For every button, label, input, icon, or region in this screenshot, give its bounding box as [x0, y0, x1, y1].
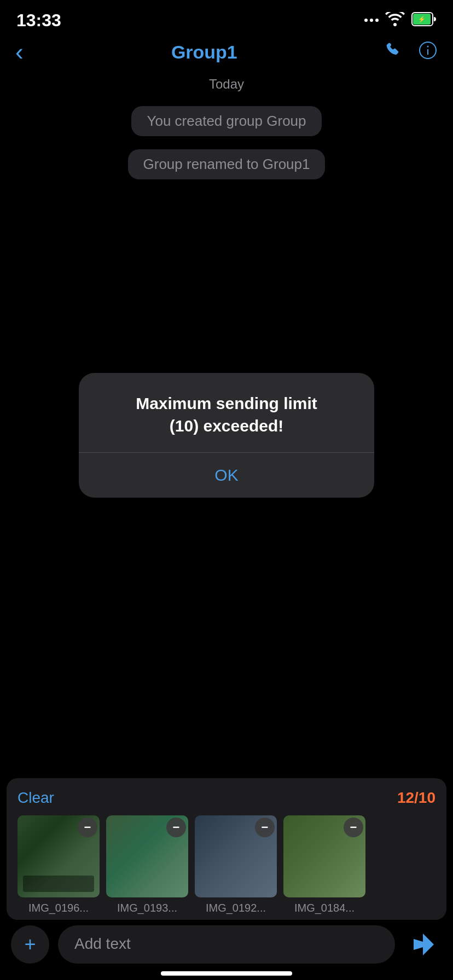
image-thumb-3[interactable]: − — [195, 815, 277, 897]
picker-header: Clear 12/10 — [18, 789, 435, 807]
image-thumb-2[interactable]: − — [106, 815, 188, 897]
signal-icon — [364, 19, 379, 22]
alert-ok-button[interactable]: OK — [79, 453, 374, 498]
svg-point-5 — [427, 45, 429, 47]
send-button[interactable] — [404, 925, 442, 964]
home-indicator — [161, 971, 292, 976]
picker-count: 12/10 — [397, 789, 435, 807]
back-button[interactable]: ‹ — [15, 38, 24, 66]
add-attachment-button[interactable]: + — [11, 925, 49, 964]
remove-image-1-button[interactable]: − — [78, 818, 97, 837]
system-message-1: You created group Group — [131, 106, 321, 136]
chat-area: Today You created group Group Group rena… — [0, 71, 453, 189]
image-picker: Clear 12/10 − IMG_0196... − IMG_0193... … — [7, 778, 446, 920]
list-item: − IMG_0192... — [195, 815, 277, 914]
remove-image-2-button[interactable]: − — [166, 818, 186, 837]
call-button[interactable] — [385, 40, 405, 64]
list-item: − IMG_0196... — [18, 815, 100, 914]
image-name-2: IMG_0193... — [117, 902, 177, 914]
alert-content: Maximum sending limit(10) exceeded! — [79, 373, 374, 452]
image-thumb-4[interactable]: − — [283, 815, 365, 897]
wifi-icon — [385, 12, 405, 28]
list-item: − IMG_0184... — [283, 815, 365, 914]
message-placeholder: Add text — [74, 935, 131, 952]
nav-actions — [385, 40, 438, 64]
remove-image-3-button[interactable]: − — [255, 818, 275, 837]
back-chevron-icon: ‹ — [15, 38, 24, 66]
image-name-4: IMG_0184... — [294, 902, 355, 914]
alert-title: Maximum sending limit(10) exceeded! — [101, 393, 352, 437]
plus-icon: + — [24, 933, 36, 956]
picker-clear-button[interactable]: Clear — [18, 789, 54, 807]
message-input[interactable]: Add text — [58, 925, 395, 964]
svg-text:⚡: ⚡ — [418, 15, 426, 23]
system-message-2: Group renamed to Group1 — [128, 149, 326, 179]
nav-bar: ‹ Group1 — [0, 33, 453, 71]
remove-image-4-button[interactable]: − — [344, 818, 363, 837]
date-label: Today — [209, 77, 244, 92]
image-thumb-1[interactable]: − — [18, 815, 100, 897]
picker-images: − IMG_0196... − IMG_0193... − IMG_0192..… — [18, 815, 435, 914]
nav-title: Group1 — [171, 42, 237, 63]
status-icons: ⚡ — [364, 12, 437, 28]
list-item: − IMG_0193... — [106, 815, 188, 914]
status-time: 13:33 — [16, 10, 61, 31]
image-name-1: IMG_0196... — [28, 902, 89, 914]
image-name-3: IMG_0192... — [206, 902, 266, 914]
info-button[interactable] — [418, 40, 438, 64]
alert-dialog: Maximum sending limit(10) exceeded! OK — [79, 373, 374, 498]
status-bar: 13:33 ⚡ — [0, 0, 453, 33]
battery-icon: ⚡ — [411, 12, 437, 28]
